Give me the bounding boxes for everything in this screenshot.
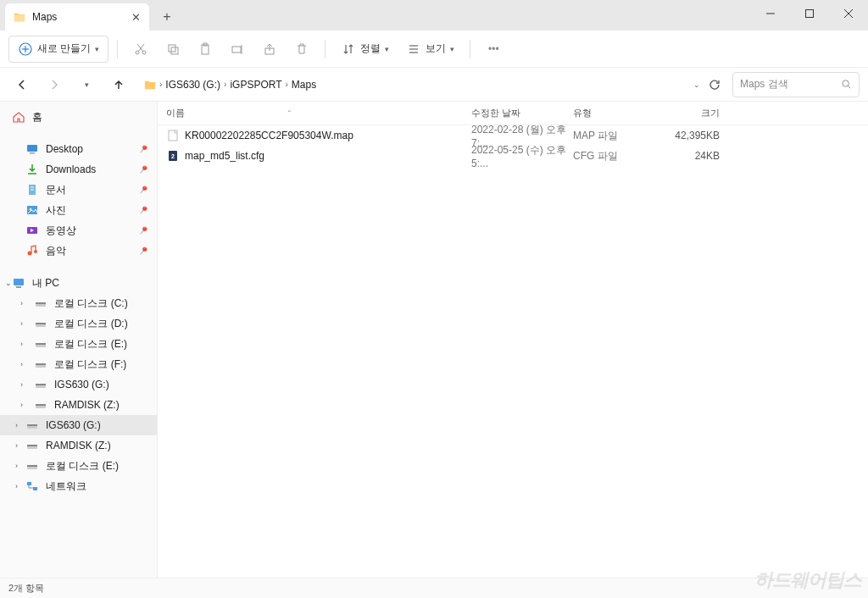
svg-rect-24 xyxy=(30,152,35,154)
copy-button[interactable] xyxy=(159,36,187,63)
file-icon: 2 xyxy=(166,149,180,163)
breadcrumb-item[interactable]: iGPSPORT xyxy=(230,79,281,91)
file-row[interactable]: 2map_md5_list.cfg2022-05-25 (수) 오후 5:...… xyxy=(158,146,868,166)
file-list: 이름⌃ 수정한 날짜 유형 크기 KR00002202285CC2F905304… xyxy=(158,102,868,578)
column-type[interactable]: 유형 xyxy=(573,107,654,119)
breadcrumb-item[interactable]: Maps xyxy=(292,79,316,91)
rename-button[interactable] xyxy=(223,36,252,63)
svg-rect-33 xyxy=(14,279,24,285)
sidebar-item-downloads[interactable]: Downloads📍 xyxy=(0,159,157,180)
sidebar-item-videos[interactable]: 동영상📍 xyxy=(0,220,157,241)
drive-icon xyxy=(25,418,39,432)
maximize-button[interactable] xyxy=(790,0,829,27)
sidebar-home[interactable]: 홈 xyxy=(0,107,157,127)
svg-rect-50 xyxy=(27,445,37,446)
rename-icon xyxy=(230,42,245,57)
delete-button[interactable] xyxy=(287,36,316,63)
tab-maps[interactable]: Maps ✕ xyxy=(5,3,149,30)
sidebar-drive[interactable]: ›RAMDISK (Z:) xyxy=(0,395,157,415)
drive-icon xyxy=(25,459,39,473)
chevron-right-icon: › xyxy=(15,462,18,470)
sidebar-item-music[interactable]: 음악📍 xyxy=(0,241,157,261)
addressbar: ▾ › IGS630 (G:) › iGPSPORT › Maps ⌄ Maps… xyxy=(0,68,868,102)
drive-icon xyxy=(34,398,47,412)
sidebar-drive[interactable]: ›IGS630 (G:) xyxy=(0,415,157,435)
search-icon xyxy=(841,79,852,90)
svg-line-22 xyxy=(848,86,850,88)
pictures-icon xyxy=(25,203,39,217)
paste-button[interactable] xyxy=(191,36,220,63)
drive-icon xyxy=(34,378,47,391)
network-icon xyxy=(25,479,39,493)
cut-button[interactable] xyxy=(126,36,155,63)
search-input[interactable]: Maps 검색 xyxy=(732,72,860,97)
pin-icon: 📍 xyxy=(136,142,150,156)
svg-rect-34 xyxy=(16,286,21,288)
more-icon: ••• xyxy=(486,42,501,57)
new-tab-button[interactable]: + xyxy=(153,5,181,29)
breadcrumb-item[interactable]: IGS630 (G:) xyxy=(165,79,220,91)
sidebar-item-pictures[interactable]: 사진📍 xyxy=(0,200,157,220)
pin-icon: 📍 xyxy=(136,183,150,197)
svg-rect-38 xyxy=(36,323,46,324)
close-tab-button[interactable]: ✕ xyxy=(129,10,142,24)
sidebar-network[interactable]: › 네트워크 xyxy=(0,476,157,496)
svg-rect-11 xyxy=(169,45,175,52)
tab-title: Maps xyxy=(32,11,57,23)
sort-indicator-icon: ⌃ xyxy=(287,109,292,117)
chevron-right-icon: › xyxy=(224,80,226,89)
chevron-right-icon: › xyxy=(20,401,23,409)
sidebar: 홈 Desktop📍Downloads📍문서📍사진📍동영상📍음악📍 ⌄ 내 PC… xyxy=(0,102,158,578)
sort-button[interactable]: 정렬 ▾ xyxy=(334,36,396,63)
svg-rect-36 xyxy=(36,302,46,304)
sidebar-drive[interactable]: ›로컬 디스크 (E:) xyxy=(0,456,157,476)
share-icon xyxy=(262,42,277,57)
cut-icon xyxy=(133,42,148,57)
new-button[interactable]: 새로 만들기 ▾ xyxy=(8,36,108,63)
up-button[interactable] xyxy=(105,71,132,98)
share-button[interactable] xyxy=(255,36,284,63)
item-count: 2개 항목 xyxy=(8,582,44,595)
sidebar-item-desktop[interactable]: Desktop📍 xyxy=(0,139,157,159)
chevron-right-icon: › xyxy=(15,441,18,450)
sidebar-drive[interactable]: ›로컬 디스크 (D:) xyxy=(0,313,157,334)
sidebar-drive[interactable]: ›RAMDISK (Z:) xyxy=(0,435,157,456)
svg-rect-55 xyxy=(169,130,177,141)
videos-icon xyxy=(25,224,39,237)
close-window-button[interactable] xyxy=(829,0,868,27)
sidebar-drive[interactable]: ›로컬 디스크 (F:) xyxy=(0,354,157,374)
chevron-down-icon: ▾ xyxy=(95,45,99,53)
plus-circle-icon xyxy=(18,42,33,57)
column-size[interactable]: 크기 xyxy=(654,107,730,119)
breadcrumb[interactable]: › IGS630 (G:) › iGPSPORT › Maps xyxy=(137,71,688,98)
sidebar-drive[interactable]: ›로컬 디스크 (E:) xyxy=(0,334,157,354)
view-button[interactable]: 보기 ▾ xyxy=(399,36,461,63)
sidebar-drive[interactable]: ›로컬 디스크 (C:) xyxy=(0,293,157,313)
refresh-button[interactable] xyxy=(709,79,721,91)
svg-rect-42 xyxy=(36,363,46,365)
column-date[interactable]: 수정한 날짜 xyxy=(471,107,573,119)
drive-icon xyxy=(34,296,47,310)
svg-rect-52 xyxy=(27,465,37,467)
chevron-right-icon: › xyxy=(20,319,23,328)
sort-icon xyxy=(341,42,356,57)
chevron-right-icon: › xyxy=(20,299,23,307)
minimize-button[interactable] xyxy=(751,0,790,27)
column-name[interactable]: 이름⌃ xyxy=(166,107,471,119)
chevron-down-icon[interactable]: ⌄ xyxy=(693,80,700,89)
sidebar-item-documents[interactable]: 문서📍 xyxy=(0,180,157,200)
toolbar: 새로 만들기 ▾ 정렬 ▾ 보기 ▾ ••• xyxy=(0,30,868,68)
recent-button[interactable]: ▾ xyxy=(73,71,100,98)
watermark: 하드웨어팁스 xyxy=(754,568,861,593)
chevron-right-icon: › xyxy=(20,340,23,348)
pin-icon: 📍 xyxy=(136,203,150,217)
back-button[interactable] xyxy=(8,71,36,98)
forward-button[interactable] xyxy=(41,71,68,98)
home-icon xyxy=(12,110,25,124)
sidebar-pc[interactable]: ⌄ 내 PC xyxy=(0,273,157,293)
more-button[interactable]: ••• xyxy=(479,36,508,63)
window-controls xyxy=(751,0,868,27)
svg-rect-40 xyxy=(36,343,46,345)
sidebar-drive[interactable]: ›IGS630 (G:) xyxy=(0,374,157,395)
svg-point-32 xyxy=(34,250,37,253)
